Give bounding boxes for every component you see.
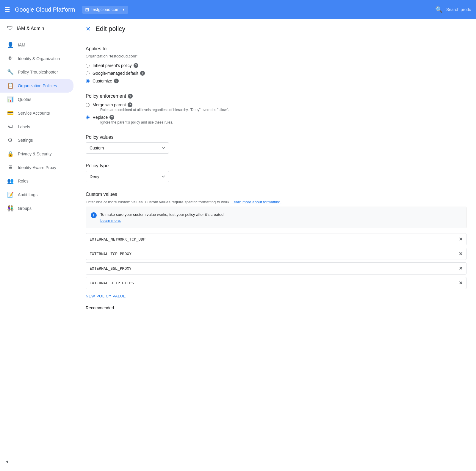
google-managed-radio[interactable] bbox=[86, 71, 90, 75]
iap-icon: 🖥 bbox=[7, 164, 13, 171]
sidebar-item-settings[interactable]: ⚙ Settings bbox=[0, 133, 73, 147]
sidebar-item-label: Roles bbox=[18, 179, 29, 183]
sidebar-item-identity-org[interactable]: 👁 Identity & Organization bbox=[0, 52, 73, 65]
quotas-icon: 📊 bbox=[7, 96, 13, 103]
custom-values-title: Custom values bbox=[86, 192, 466, 197]
info-icon: i bbox=[91, 212, 97, 218]
merge-help-icon[interactable]: ? bbox=[128, 102, 132, 107]
replace-desc: Ignore the parent's policy and use these… bbox=[100, 120, 173, 124]
sidebar-item-policy-troubleshooter[interactable]: 🔧 Policy Troubleshooter bbox=[0, 65, 73, 79]
info-box: i To make sure your custom value works, … bbox=[86, 207, 466, 228]
remove-custom-value-button[interactable]: ✕ bbox=[459, 266, 463, 271]
sidebar-item-label: Settings bbox=[18, 138, 33, 143]
sidebar-item-iam[interactable]: 👤 IAM bbox=[0, 38, 73, 52]
policy-type-select[interactable]: Deny Allow bbox=[86, 171, 169, 182]
inherit-label: Inherit parent's policy ? bbox=[93, 63, 138, 68]
sidebar-item-labels[interactable]: 🏷 Labels bbox=[0, 120, 73, 133]
sidebar-item-label: Identity & Organization bbox=[18, 56, 60, 61]
replace-radio-item[interactable]: Replace ? Ignore the parent's policy and… bbox=[86, 115, 466, 124]
sidebar-item-quotas[interactable]: 📊 Quotas bbox=[0, 93, 73, 106]
merge-radio-item[interactable]: Merge with parent ? Rules are combined a… bbox=[86, 102, 466, 112]
audit-logs-icon: 📝 bbox=[7, 191, 13, 198]
inherit-help-icon[interactable]: ? bbox=[134, 63, 138, 68]
customize-label: Customize ? bbox=[93, 79, 119, 83]
sidebar-collapse-button[interactable]: ◄ bbox=[5, 459, 9, 464]
sidebar-item-label: IAM bbox=[18, 43, 25, 47]
info-box-text: To make sure your custom value works, te… bbox=[100, 212, 225, 223]
sidebar-item-label: Privacy & Security bbox=[18, 152, 52, 156]
applies-to-radio-group: Inherit parent's policy ? Google-managed… bbox=[86, 63, 466, 83]
replace-label: Replace ? bbox=[93, 115, 173, 120]
policy-enforcement-help-icon[interactable]: ? bbox=[128, 94, 133, 99]
policy-enforcement-title: Policy enforcement bbox=[86, 93, 126, 99]
org-policies-icon: 📋 bbox=[7, 82, 13, 89]
google-managed-radio-item[interactable]: Google-managed default ? bbox=[86, 71, 466, 76]
info-learn-more-link[interactable]: Learn more. bbox=[100, 218, 121, 223]
remove-custom-value-button[interactable]: ✕ bbox=[459, 236, 463, 242]
settings-icon: ⚙ bbox=[7, 137, 13, 144]
policy-type-dropdown-wrapper: Deny Allow bbox=[86, 171, 466, 182]
shield-icon: 🛡 bbox=[7, 25, 13, 32]
merge-desc: Rules are combined at all levels regardl… bbox=[100, 108, 229, 112]
policy-values-dropdown-wrapper: Custom Allow All Deny All bbox=[86, 142, 466, 154]
custom-value-text: EXTERNAL_SSL_PROXY bbox=[90, 266, 459, 271]
merge-label: Merge with parent ? bbox=[93, 102, 229, 107]
customize-help-icon[interactable]: ? bbox=[114, 79, 119, 83]
sidebar-item-identity-aware-proxy[interactable]: 🖥 Identity-Aware Proxy bbox=[0, 161, 73, 174]
replace-help-icon[interactable]: ? bbox=[109, 115, 114, 120]
search-text: Search produ bbox=[446, 7, 471, 12]
page-title: Edit policy bbox=[95, 25, 125, 33]
policy-values-title: Policy values bbox=[86, 135, 466, 140]
remove-custom-value-button[interactable]: ✕ bbox=[459, 251, 463, 257]
sidebar-item-privacy-security[interactable]: 🔒 Privacy & Security bbox=[0, 147, 73, 161]
app-title: Google Cloud Platform bbox=[15, 6, 75, 13]
search-area: 🔍 Search produ bbox=[435, 6, 471, 13]
org-selector[interactable]: ⊞ testgcloud.com ▼ bbox=[82, 6, 128, 14]
sidebar-item-label: Quotas bbox=[18, 97, 31, 102]
sidebar-item-label: Labels bbox=[18, 124, 30, 129]
new-policy-value-button[interactable]: NEW POLICY VALUE bbox=[86, 291, 126, 301]
replace-radio[interactable] bbox=[86, 116, 90, 119]
recommended-label: Recommended bbox=[86, 305, 466, 310]
search-icon[interactable]: 🔍 bbox=[435, 6, 443, 13]
sidebar-item-label: Audit Logs bbox=[18, 192, 37, 197]
inherit-radio[interactable] bbox=[86, 64, 90, 68]
main-content: ✕ Edit policy Applies to Organization "t… bbox=[76, 19, 476, 471]
policy-values-select[interactable]: Custom Allow All Deny All bbox=[86, 142, 169, 154]
iam-icon: 👤 bbox=[7, 42, 13, 48]
applies-to-subtitle: Organization "testgcloud.com" bbox=[86, 54, 466, 58]
content-header: ✕ Edit policy bbox=[76, 19, 476, 39]
sidebar-item-service-accounts[interactable]: 💳 Service Accounts bbox=[0, 106, 73, 120]
sidebar-item-roles[interactable]: 👥 Roles bbox=[0, 174, 73, 188]
custom-value-text: EXTERNAL_TCP_PROXY bbox=[90, 252, 459, 256]
sidebar-item-org-policies[interactable]: 📋 Organization Policies bbox=[0, 79, 73, 93]
custom-value-text: EXTERNAL_NETWORK_TCP_UDP bbox=[90, 237, 459, 241]
google-managed-label: Google-managed default ? bbox=[93, 71, 145, 76]
sidebar-item-label: Groups bbox=[18, 206, 32, 211]
inherit-radio-item[interactable]: Inherit parent's policy ? bbox=[86, 63, 466, 68]
merge-radio[interactable] bbox=[86, 103, 90, 107]
google-managed-help-icon[interactable]: ? bbox=[140, 71, 145, 76]
roles-icon: 👥 bbox=[7, 178, 13, 184]
hamburger-icon[interactable]: ☰ bbox=[5, 6, 10, 13]
troubleshooter-icon: 🔧 bbox=[7, 69, 13, 75]
service-accounts-icon: 💳 bbox=[7, 110, 13, 116]
customize-radio[interactable] bbox=[86, 79, 90, 83]
top-header: ☰ Google Cloud Platform ⊞ testgcloud.com… bbox=[0, 0, 476, 19]
remove-custom-value-button[interactable]: ✕ bbox=[459, 280, 463, 286]
sidebar-item-label: Policy Troubleshooter bbox=[18, 70, 58, 74]
sidebar-item-groups[interactable]: 👫 Groups bbox=[0, 202, 73, 215]
customize-radio-item[interactable]: Customize ? bbox=[86, 79, 466, 83]
org-name: testgcloud.com bbox=[91, 7, 119, 12]
sidebar-item-label: Service Accounts bbox=[18, 111, 50, 116]
custom-values-list: EXTERNAL_NETWORK_TCP_UDP ✕ EXTERNAL_TCP_… bbox=[86, 233, 466, 289]
custom-value-field: EXTERNAL_NETWORK_TCP_UDP ✕ bbox=[86, 233, 466, 245]
sidebar-item-label: Organization Policies bbox=[18, 83, 57, 88]
learn-more-formatting-link[interactable]: Learn more about formatting. bbox=[231, 200, 281, 204]
close-button[interactable]: ✕ bbox=[86, 25, 91, 32]
sidebar-item-audit-logs[interactable]: 📝 Audit Logs bbox=[0, 188, 73, 202]
grid-icon: ⊞ bbox=[85, 7, 89, 13]
sidebar: 🛡 IAM & Admin 👤 IAM 👁 Identity & Organiz… bbox=[0, 19, 76, 471]
labels-icon: 🏷 bbox=[7, 124, 13, 130]
custom-value-field: EXTERNAL_TCP_PROXY ✕ bbox=[86, 248, 466, 260]
